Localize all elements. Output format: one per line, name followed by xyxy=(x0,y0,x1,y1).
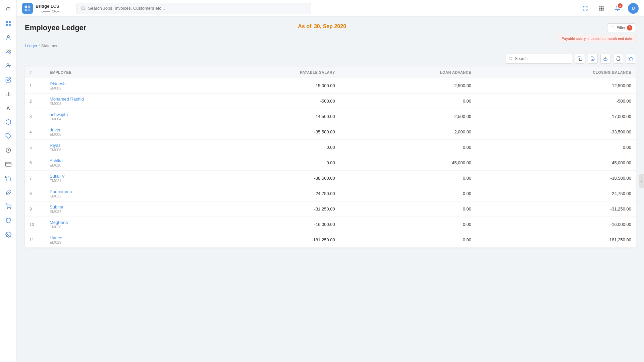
notifications-button[interactable]: 2 xyxy=(612,3,623,14)
content-area: Employee Ledger As of 30, Sep 2020 path{… xyxy=(17,17,644,362)
cell-employee: Dhinesh EM002 xyxy=(45,78,191,94)
table-search-icon xyxy=(509,57,513,61)
employee-name-link[interactable]: Ashika xyxy=(50,158,186,163)
svg-rect-41 xyxy=(617,59,620,61)
table-row: 1 Dhinesh EM002 -15,000.00 2,500.00 -12,… xyxy=(25,78,636,94)
sidebar-icon-people[interactable] xyxy=(2,46,14,58)
global-search-input[interactable] xyxy=(88,6,307,11)
table-row: 10 Meghana EM026 -16,000.00 0.00 -16,000… xyxy=(25,217,636,232)
col-num: # xyxy=(25,67,45,78)
sidebar-icon-refresh[interactable] xyxy=(2,172,14,184)
employee-name-link[interactable]: ashwajith xyxy=(50,112,186,117)
cell-loan-advance: 45,000.00 xyxy=(340,155,476,171)
table-search-input[interactable] xyxy=(515,56,569,61)
toolbar xyxy=(25,54,636,64)
sidebar-icon-puzzle[interactable] xyxy=(2,186,14,198)
csv-button[interactable] xyxy=(588,54,598,64)
filter-button[interactable]: path{stroke:#4a90e2;stroke-width:2;fill:… xyxy=(607,23,636,32)
svg-rect-0 xyxy=(6,21,8,23)
cell-loan-advance: 2,500.00 xyxy=(340,78,476,94)
main-area: Bridge LCS بريدج لنسس 2 U Employee Le xyxy=(17,0,644,362)
table-search-bar[interactable] xyxy=(505,54,572,64)
employee-name-link[interactable]: driver xyxy=(50,127,186,132)
sidebar-icon-chart[interactable] xyxy=(2,88,14,100)
notification-badge: 2 xyxy=(618,3,623,8)
cell-loan-advance: 2,500.00 xyxy=(340,109,476,124)
employee-id: EM020 xyxy=(50,163,186,167)
employee-id: EM029 xyxy=(50,240,186,244)
svg-point-17 xyxy=(7,208,8,209)
svg-point-4 xyxy=(7,36,9,38)
employee-name-link[interactable]: Dhinesh xyxy=(50,81,186,86)
user-avatar[interactable]: U xyxy=(628,3,639,14)
breadcrumb-sep: / xyxy=(39,44,40,48)
col-employee: EMPLOYEE xyxy=(45,67,191,78)
svg-rect-34 xyxy=(602,9,603,10)
cell-num: 9 xyxy=(25,201,45,217)
employee-name-link[interactable]: Sufail V xyxy=(50,174,186,179)
cell-payable-salary: -181,250.00 xyxy=(191,232,340,248)
apps-button[interactable] xyxy=(596,3,607,14)
employee-id: EM022 xyxy=(50,194,186,198)
sidebar-icon-shield[interactable] xyxy=(2,215,14,227)
cell-employee: Ashika EM020 xyxy=(45,155,191,171)
breadcrumb-current: Statement xyxy=(41,44,60,48)
svg-rect-3 xyxy=(9,24,10,26)
sidebar-icon-timer[interactable] xyxy=(2,144,14,156)
fullscreen-button[interactable] xyxy=(580,3,591,14)
breadcrumb-parent[interactable]: Ledger xyxy=(25,44,37,48)
refresh-button[interactable] xyxy=(626,54,636,64)
employee-name-link[interactable]: Poornimma xyxy=(50,189,186,194)
sidebar-icon-person[interactable] xyxy=(2,32,14,44)
right-collapse-handle[interactable]: ‹ xyxy=(639,174,644,188)
employee-name-link[interactable]: Mohamed Rashid xyxy=(50,97,186,102)
employee-name-link[interactable]: Riyas xyxy=(50,143,186,148)
employee-id: EM002 xyxy=(50,86,186,90)
cell-closing-balance: -24,750.00 xyxy=(476,186,636,201)
svg-rect-27 xyxy=(601,6,602,7)
svg-point-35 xyxy=(509,57,512,60)
svg-point-18 xyxy=(10,208,11,209)
sidebar-icon-person-add[interactable] xyxy=(2,60,14,72)
sidebar-icon-card[interactable] xyxy=(2,158,14,170)
sidebar-icon-box[interactable] xyxy=(2,116,14,128)
employee-name-link[interactable]: Meghana xyxy=(50,220,186,225)
table-row: 8 Poornimma EM022 -24,750.00 0.00 -24,75… xyxy=(25,186,636,201)
sidebar-icon-settings[interactable] xyxy=(2,229,14,241)
cell-num: 3 xyxy=(25,109,45,124)
cell-closing-balance: -12,500.00 xyxy=(476,78,636,94)
cell-num: 11 xyxy=(25,232,45,248)
cell-num: 10 xyxy=(25,217,45,232)
cell-payable-salary: -31,250.00 xyxy=(191,201,340,217)
sidebar-icon-edit[interactable] xyxy=(2,74,14,86)
global-search-bar[interactable] xyxy=(76,3,311,14)
employee-id: EM021 xyxy=(50,179,186,183)
cell-closing-balance: -16,000.00 xyxy=(476,217,636,232)
copy-button[interactable] xyxy=(575,54,585,64)
logo-area: Bridge LCS بريدج لنسس xyxy=(22,3,72,14)
employee-name-link[interactable]: Harice xyxy=(50,235,186,240)
print-button[interactable] xyxy=(613,54,623,64)
cell-employee: ashwajith EM004 xyxy=(45,109,191,124)
cell-payable-salary: -15,000.00 xyxy=(191,78,340,94)
cell-closing-balance: 45,000.00 xyxy=(476,155,636,171)
sidebar-icon-tag[interactable] xyxy=(2,130,14,142)
svg-rect-2 xyxy=(6,24,8,26)
company-name: Bridge LCS xyxy=(36,4,59,9)
svg-rect-32 xyxy=(599,9,600,10)
sidebar-icon-grid[interactable] xyxy=(2,17,14,29)
employee-id: EM006 xyxy=(50,148,186,152)
svg-rect-30 xyxy=(601,8,602,9)
cell-employee: Poornimma EM022 xyxy=(45,186,191,201)
page-header: Employee Ledger As of 30, Sep 2020 path{… xyxy=(25,23,636,42)
cell-num: 1 xyxy=(25,78,45,94)
table-row: 3 ashwajith EM004 14,500.00 2,500.00 17,… xyxy=(25,109,636,124)
table-row: 6 Ashika EM020 0.00 45,000.00 45,000.00 xyxy=(25,155,636,171)
export-button[interactable] xyxy=(600,54,610,64)
employee-name-link[interactable]: Subina xyxy=(50,204,186,209)
sidebar-icon-cart[interactable] xyxy=(2,200,14,213)
sidebar-icon-text[interactable]: A xyxy=(2,102,14,114)
employee-id: EM005 xyxy=(50,132,186,136)
employee-id: EM004 xyxy=(50,117,186,121)
sidebar-icon-clock[interactable]: ⏱ xyxy=(2,3,14,15)
